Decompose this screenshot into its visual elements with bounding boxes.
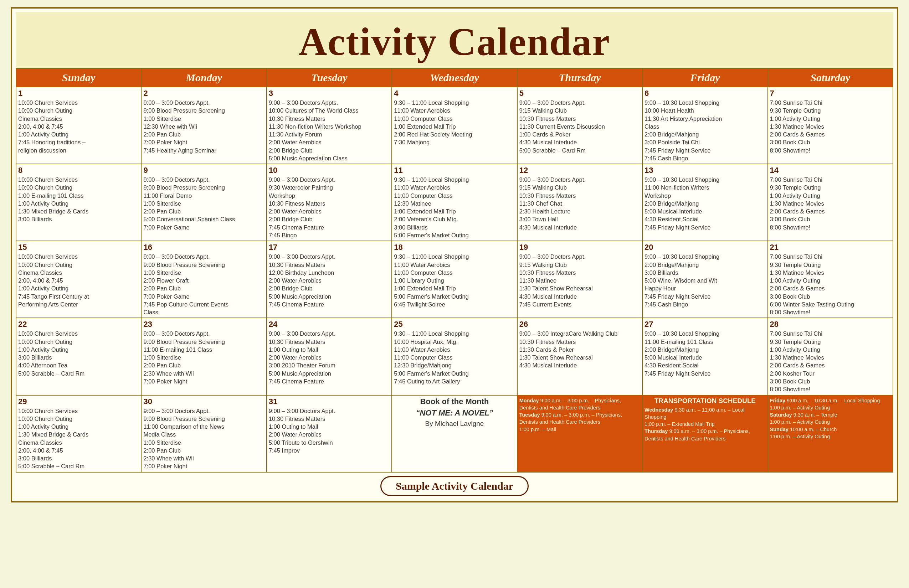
event-item: 11:30 Matinee bbox=[519, 276, 640, 284]
event-item: 2:00 Bridge Club bbox=[269, 215, 390, 223]
transport-title: TRANSPORTATION SCHEDULE bbox=[644, 397, 765, 405]
event-item: 9:00 – 3:00 Doctors Appt. bbox=[143, 330, 264, 338]
event-item: 11:30 Art History Appreciation bbox=[644, 115, 765, 123]
event-item: 7:45 Friday Night Service bbox=[644, 370, 765, 377]
day-number: 29 bbox=[18, 397, 139, 406]
event-item: 2:00 Cards & Games bbox=[770, 284, 891, 292]
event-item: 1:30 Mixed Bridge & Cards bbox=[18, 207, 139, 215]
transport-line: 1:00 p.m. – Activity Outing bbox=[770, 404, 891, 411]
day-cell: 59:00 – 3:00 Doctors Appt.9:15 Walking C… bbox=[517, 87, 642, 164]
day-cell: 189:30 – 11:00 Local Shopping11:00 Water… bbox=[392, 241, 517, 318]
event-item: 10:00 Church Services bbox=[18, 407, 139, 415]
transport-line: 1:00 p.m. – Activity Outing bbox=[770, 418, 891, 425]
event-item: 2:00 Pan Club bbox=[143, 446, 264, 454]
event-item: 2:00 Red Hat Society Meeting bbox=[394, 131, 515, 138]
event-item: 1:00 Outing to Mall bbox=[269, 423, 390, 430]
event-item: 10:00 Church Services bbox=[18, 253, 139, 260]
event-item: 9:30 Temple Outing bbox=[770, 338, 891, 346]
event-item: 4:30 Musical Interlude bbox=[519, 361, 640, 369]
event-item: 4:30 Musical Interlude bbox=[519, 223, 640, 231]
event-item: 2:00 Bridge Club bbox=[269, 147, 390, 154]
event-item: 1:00 Library Outing bbox=[394, 276, 515, 284]
event-item: 11:30 Current Events Discussion bbox=[519, 123, 640, 131]
event-item: 10:00 Church Services bbox=[18, 330, 139, 338]
day-cell: 49:30 – 11:00 Local Shopping11:00 Water … bbox=[392, 87, 517, 164]
day-cell: 269:00 – 3:00 IntegraCare Walking Club10… bbox=[517, 318, 642, 395]
day-number: 12 bbox=[519, 166, 640, 175]
event-item: 9:00 – 3:00 Doctors Appt. bbox=[519, 99, 640, 107]
event-item: 5:00 Scrabble – Card Rm bbox=[18, 462, 139, 470]
event-item: Cinema Classics bbox=[18, 439, 139, 446]
day-cell: 249:00 – 3:00 Doctors Appt.10:30 Fitness… bbox=[267, 318, 392, 395]
event-item: 8:00 Showtime! bbox=[770, 385, 891, 393]
day-cell: TRANSPORTATION SCHEDULEWednesday 9:30 a.… bbox=[642, 395, 767, 472]
event-item: 5:00 Wine, Wisdom and Wit bbox=[644, 276, 765, 284]
event-item: 11:00 E-mailing 101 Class bbox=[143, 346, 264, 354]
transport-line: Monday 9:00 a.m. – 3:00 p.m. – Physician… bbox=[519, 397, 640, 412]
day-cell: Friday 9:00 a.m. – 10:30 a.m. – Local Sh… bbox=[768, 395, 893, 472]
event-item: 9:00 Blood Pressure Screening bbox=[143, 415, 264, 423]
transport-line: Tuesday 9:00 a.m. – 3:00 p.m. – Physicia… bbox=[519, 411, 640, 426]
event-item: 11:00 Computer Class bbox=[394, 354, 515, 361]
event-item: 8:00 Showtime! bbox=[770, 308, 891, 316]
day-cell: Monday 9:00 a.m. – 3:00 p.m. – Physician… bbox=[517, 395, 642, 472]
day-number: 13 bbox=[644, 166, 765, 175]
event-item: 9:00 – 3:00 Doctors Appt. bbox=[519, 253, 640, 260]
day-number: 27 bbox=[644, 320, 765, 329]
event-item: 7:45 Current Events bbox=[519, 300, 640, 308]
event-item: Class bbox=[644, 123, 765, 131]
event-item: Media Class bbox=[143, 430, 264, 438]
day-cell: 169:00 – 3:00 Doctors Appt.9:00 Blood Pr… bbox=[141, 241, 266, 318]
event-item: 1:00 Activity Outing bbox=[770, 115, 891, 123]
event-item: 7:45 Cash Bingo bbox=[644, 300, 765, 308]
event-item: Workshop bbox=[269, 192, 390, 200]
event-item: 7:45 Honoring traditions – bbox=[18, 138, 139, 146]
day-cell: 217:00 Sunrise Tai Chi9:30 Temple Outing… bbox=[768, 241, 893, 318]
event-item: 2:30 Whee with Wii bbox=[143, 370, 264, 377]
day-number: 3 bbox=[269, 89, 390, 98]
event-item: 9:00 Blood Pressure Screening bbox=[143, 261, 264, 269]
event-item: 1:00 Outing to Mall bbox=[269, 346, 390, 354]
event-item: 3:00 Billiards bbox=[394, 223, 515, 231]
day-cell: 69:00 – 10:30 Local Shopping10:00 Heart … bbox=[642, 87, 767, 164]
event-item: 7:45 Cinema Feature bbox=[269, 300, 390, 308]
event-item: 1:30 Matinee Movies bbox=[770, 354, 891, 361]
event-item: 2:00 Pan Club bbox=[143, 284, 264, 292]
event-item: 1:00 Activity Outing bbox=[18, 284, 139, 292]
event-item: 1:00 Activity Outing bbox=[770, 346, 891, 354]
event-item: Happy Hour bbox=[644, 284, 765, 292]
event-item: 1:00 Activity Outing bbox=[770, 276, 891, 284]
event-item: 10:00 Church Outing bbox=[18, 184, 139, 191]
event-item: 2:00, 4:00 & 7:45 bbox=[18, 123, 139, 131]
event-item: 5:00 Farmer's Market Outing bbox=[394, 292, 515, 300]
event-item: 9:30 – 11:00 Local Shopping bbox=[394, 99, 515, 107]
day-cell: 29:00 – 3:00 Doctors Appt.9:00 Blood Pre… bbox=[141, 87, 266, 164]
event-item: 1:00 Cards & Poker bbox=[519, 131, 640, 138]
week-row-1: 110:00 Church Services10:00 Church Outin… bbox=[16, 87, 893, 164]
event-item: 1:00 Sitterdise bbox=[143, 269, 264, 276]
day-cell: 110:00 Church Services10:00 Church Outin… bbox=[16, 87, 141, 164]
day-number: 19 bbox=[519, 243, 640, 252]
book-subtitle: “NOT ME: A NOVEL” bbox=[394, 409, 515, 418]
event-item: 2:00, 4:00 & 7:45 bbox=[18, 276, 139, 284]
day-number: 30 bbox=[143, 397, 264, 406]
transport-line: 1:00 p.m. – Extended Mall Trip bbox=[644, 420, 765, 428]
day-cell: 39:00 – 3:00 Doctors Appts.10:00 Culture… bbox=[267, 87, 392, 164]
event-item: 1:00 Sitterdise bbox=[143, 115, 264, 123]
event-item: 10:00 Hospital Aux. Mtg. bbox=[394, 338, 515, 346]
calendar-table: SundayMondayTuesdayWednesdayThursdayFrid… bbox=[16, 68, 893, 473]
event-item: 2:00 Water Aerobics bbox=[269, 138, 390, 146]
day-header-thursday: Thursday bbox=[517, 68, 642, 87]
event-item: 5:00 Musical Interlude bbox=[644, 207, 765, 215]
event-item: 12:30 Whee with Wii bbox=[143, 123, 264, 131]
event-item: 5:00 Music Appreciation Class bbox=[269, 154, 390, 162]
event-item: 11:00 Computer Class bbox=[394, 192, 515, 200]
event-item: 11:00 Water Aerobics bbox=[394, 184, 515, 191]
event-item: 9:15 Walking Club bbox=[519, 261, 640, 269]
event-item: 2:00 Pan Club bbox=[143, 361, 264, 369]
event-item: 9:00 Blood Pressure Screening bbox=[143, 184, 264, 191]
event-item: 4:00 Afternoon Tea bbox=[18, 361, 139, 369]
event-item: 10:00 Church Outing bbox=[18, 415, 139, 423]
event-item: 3:00 Town Hall bbox=[519, 215, 640, 223]
calendar-footer: Sample Activity Calendar bbox=[16, 473, 893, 498]
